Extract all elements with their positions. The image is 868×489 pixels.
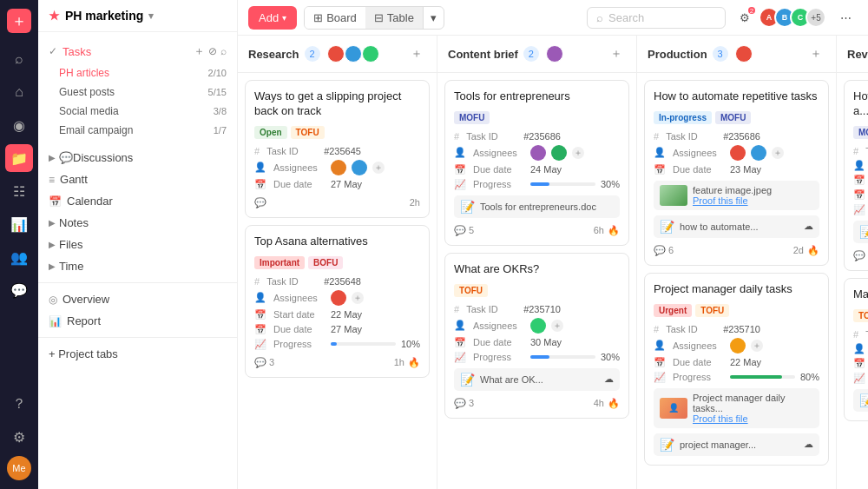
card-tools-entrepreneurs[interactable]: Tools for entrepreneurs MOFU # Task ID #… <box>444 80 629 246</box>
sidebar-item-discussions[interactable]: ▶ 💬 Discussions <box>38 147 237 169</box>
progress-bar-bg-2 <box>331 342 396 346</box>
add-assignee-3[interactable]: ＋ <box>572 147 584 159</box>
card-making-mistakes[interactable]: Making mistak... TOFU # Task ID 👤 Assign… <box>844 278 868 421</box>
nav-chat[interactable]: 💬 <box>5 276 33 304</box>
card-title-1: Ways to get a slipping project back on t… <box>254 89 420 119</box>
card-how-to-better[interactable]: How to better h... deadlines as a... MOF… <box>844 80 868 271</box>
search-bar[interactable]: ⌕ Search <box>587 7 726 29</box>
proof-link-5[interactable]: Proof this file <box>693 195 772 206</box>
email-campaign-count: 1/7 <box>214 125 227 135</box>
hash-icon: # <box>254 146 260 156</box>
add-assignee-5[interactable]: ＋ <box>772 147 784 159</box>
sidebar-item-project-tabs[interactable]: + Project tabs <box>38 343 237 365</box>
add-task-icon[interactable]: ＋ <box>194 43 205 59</box>
add-assignee-1[interactable]: ＋ <box>372 162 385 174</box>
tasks-label: Tasks <box>62 45 91 58</box>
add-assignee-6[interactable]: ＋ <box>751 340 763 352</box>
social-media-label: Social media <box>59 105 119 117</box>
table-view-button[interactable]: ⊟ Table <box>365 7 423 29</box>
sidebar-item-guest-posts[interactable]: Guest posts 5/15 <box>59 83 237 102</box>
board-view-button[interactable]: ⊞ Board <box>305 7 365 29</box>
person-icon: 👤 <box>254 162 266 173</box>
global-add-button[interactable]: ＋ <box>7 9 31 33</box>
card-project-manager[interactable]: Project manager daily tasks Urgent TOFU … <box>644 273 829 466</box>
card-automate-tasks[interactable]: How to automate repetitive tasks In-prog… <box>644 80 829 266</box>
sidebar-item-overview[interactable]: ◎ Overview <box>38 288 237 310</box>
nav-everything[interactable]: ☷ <box>5 177 33 205</box>
email-campaign-label: Email campaign <box>59 124 133 136</box>
column-review: Review 2 ＋ How to better h... deadlines … <box>837 36 868 489</box>
add-assignee-4[interactable]: ＋ <box>551 320 563 332</box>
card-footer-7: 💬 2 <box>853 250 868 261</box>
nav-settings[interactable]: ⚙ <box>5 423 33 451</box>
proof-link-6[interactable]: Proof this file <box>693 413 813 424</box>
sidebar-item-tasks[interactable]: ✓ Tasks ＋ ⊘ ⌕ <box>38 39 237 63</box>
research-count: 2 <box>305 46 320 62</box>
sidebar-item-report[interactable]: 📊 Report <box>38 310 237 332</box>
kanban-board: Research 2 ＋ Ways to get a slipping proj… <box>238 36 868 489</box>
progress-icon: 📈 <box>254 339 266 350</box>
nav-projects[interactable]: 📁 <box>5 144 33 172</box>
view-more-button[interactable]: ▾ <box>423 7 444 29</box>
more-options-button[interactable]: ⋯ <box>833 5 858 30</box>
hash-icon-8: # <box>853 329 858 340</box>
card-time-2: 1h <box>394 357 404 367</box>
thumbnail-5 <box>660 185 687 206</box>
research-actions: ＋ <box>407 44 426 63</box>
filter-icon[interactable]: ⊘ <box>208 45 217 57</box>
card-row-progress-8: 📈 Progress <box>853 373 868 384</box>
add-assignee-2[interactable]: ＋ <box>352 292 364 304</box>
nav-search[interactable]: ⌕ <box>5 45 33 73</box>
tag-open: Open <box>254 126 287 139</box>
card-attachment-4: 📝 What are OK... ☁ <box>454 368 620 391</box>
tag-mofu-7: MOFU <box>853 126 868 139</box>
add-button[interactable]: Add ▾ <box>248 6 297 30</box>
guest-posts-label: Guest posts <box>59 86 115 98</box>
card-what-are-okrs[interactable]: What are OKRs? TOFU # Task ID #235710 👤 … <box>444 253 629 419</box>
search-tasks-icon[interactable]: ⌕ <box>220 45 227 57</box>
card-comments-4: 💬 3 <box>454 398 474 409</box>
card-ways-to-get[interactable]: Ways to get a slipping project back on t… <box>245 80 430 218</box>
nav-home[interactable]: ⌂ <box>5 78 33 106</box>
arrow-right-icon-3: ▶ <box>49 240 56 249</box>
card-footer-2: 💬 3 1h 🔥 <box>254 357 420 368</box>
nav-people[interactable]: 👥 <box>5 243 33 271</box>
nav-help[interactable]: ？ <box>5 390 33 418</box>
card-time-1: 2h <box>410 197 420 208</box>
card-title-7: How to better h... deadlines as a... <box>853 89 868 119</box>
sidebar-item-notes[interactable]: ▶ Notes <box>38 212 237 234</box>
card-time-3: 6h <box>594 225 604 235</box>
nav-reports[interactable]: 📊 <box>5 210 33 238</box>
sidebar-item-ph-articles[interactable]: PH articles 2/10 <box>59 63 237 83</box>
sidebar-item-files[interactable]: ▶ Files <box>38 234 237 255</box>
sidebar-item-calendar[interactable]: 📅 Calendar <box>38 190 237 212</box>
sidebar-project-header[interactable]: ★ PH marketing ▾ <box>38 0 237 32</box>
due-date-5: 23 May <box>730 164 761 175</box>
sidebar-item-gantt[interactable]: ≡ Gantt <box>38 169 237 190</box>
add-card-research[interactable]: ＋ <box>407 44 426 63</box>
user-avatar[interactable]: Me <box>7 456 31 480</box>
sidebar-item-email-campaign[interactable]: Email campaign 1/7 <box>59 121 237 140</box>
add-card-prod[interactable]: ＋ <box>806 44 825 63</box>
calendar-icon-3: 📅 <box>454 164 466 175</box>
sidebar-item-time[interactable]: ▶ Time <box>38 255 237 277</box>
assignee-avatars[interactable]: A B C +5 <box>764 7 826 28</box>
card-row-duedate-7: 📅 Due date <box>853 189 868 201</box>
discussions-icon: 💬 <box>59 151 73 164</box>
calendar-icon-6: 📅 <box>654 357 666 368</box>
table-icon: ⊟ <box>374 11 384 24</box>
gantt-label: Gantt <box>60 173 88 186</box>
sidebar-item-social-media[interactable]: Social media 3/8 <box>59 102 237 121</box>
arrow-right-icon: ▶ <box>49 153 56 162</box>
progress-bar-fill-4 <box>530 355 549 359</box>
gantt-icon: ≡ <box>49 174 55 186</box>
filter-button[interactable]: ⚙ 2 <box>733 5 757 30</box>
card-time-5: 2d <box>793 245 804 255</box>
card-top-asana[interactable]: Top Asana alternatives Important BOFU # … <box>245 225 430 378</box>
card-title-4: What are OKRs? <box>454 262 620 277</box>
left-navigation: ＋ ⌕ ⌂ ◉ 📁 ☷ 📊 👥 💬 ？ ⚙ Me <box>0 0 38 489</box>
nav-notifications[interactable]: ◉ <box>5 111 33 139</box>
add-card-cb[interactable]: ＋ <box>607 44 626 63</box>
progress-icon-8: 📈 <box>853 373 865 384</box>
add-label: Add <box>259 11 279 24</box>
